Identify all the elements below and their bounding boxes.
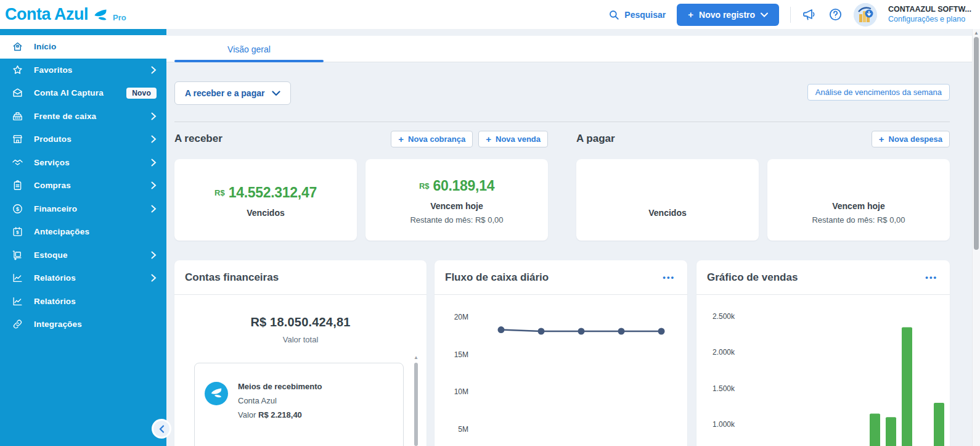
new-record-button[interactable]: + Novo registro [677,4,779,26]
star-icon [12,64,23,76]
chevron-left-icon [159,425,165,433]
account-name: Meios de recebimento [238,382,322,391]
sidebar-item-financeiro[interactable]: $ Financeiro [0,197,166,221]
leaf-logo-icon [92,9,108,23]
header-divider [790,7,791,23]
search-button[interactable]: Pesquisar [608,9,666,20]
svg-text:2.500k: 2.500k [713,312,735,321]
novo-badge: Novo [126,88,157,99]
new-record-label: Novo registro [699,10,755,20]
sidebar-item-estoque[interactable]: Estoque [0,244,166,267]
line-chart-icon [12,295,23,307]
overdue-amount: 14.552.312,47 [229,184,317,201]
cashflow-line-chart: 20M15M10M5M [435,295,687,446]
card-label: Vencidos [247,208,284,218]
receivables-payables-dropdown[interactable]: A receber e a pagar [174,81,291,105]
financial-accounts-card: Contas financeiras R$ 18.050.424,81 Valo… [174,260,427,446]
home-icon [12,41,23,52]
month-remaining-text: Restante do mês: R$ 0,00 [812,215,905,225]
sidebar-item-integracoes[interactable]: Integrações [0,313,166,336]
more-options-icon[interactable]: ••• [663,273,675,282]
content-divider [174,122,950,122]
svg-text:20M: 20M [454,313,468,321]
chevron-right-icon [151,205,157,213]
chevron-right-icon [151,159,157,167]
svg-text:$: $ [16,230,19,236]
sidebar-item-produtos[interactable]: Produtos [0,128,166,151]
user-avatar[interactable] [854,3,877,27]
panel-title: Contas financeiras [185,271,414,284]
account-list-item[interactable]: Meios de recebimento Conta Azul Valor R$… [194,363,404,446]
sidebar-item-servicos[interactable]: Serviços [0,151,166,175]
accounts-scrollbar[interactable]: ▲ [413,355,419,446]
payables-due-today-card[interactable]: Vencem hoje Restante do mês: R$ 0,00 [767,159,950,241]
chevron-down-icon [272,91,280,96]
dollar-circle-icon: $ [12,203,23,215]
new-expense-button[interactable]: + Nova despesa [872,131,950,147]
sidebar-item-favoritos[interactable]: Favoritos [0,59,166,82]
payables-section: A pagar + Nova despesa Vencidos Vencem h… [576,130,950,241]
accounts-total-value: R$ 18.050.424,81 [174,315,427,329]
contaazul-logo[interactable]: Conta Azul Pro [5,6,126,23]
scrollbar-thumb[interactable] [414,363,418,446]
more-options-icon[interactable]: ••• [925,273,937,282]
svg-text:2.000k: 2.000k [713,348,735,357]
receivables-section: A receber + Nova cobrança + Nova venda R… [174,130,548,241]
help-icon[interactable] [828,7,843,22]
sidebar-item-antecipacoes[interactable]: $ Antecipações [0,220,166,244]
sidebar: Início Favoritos Conta AI Captura Novo F… [0,29,166,446]
sidebar-item-inicio[interactable]: Início [0,35,166,59]
new-charge-button[interactable]: + Nova cobrança [391,131,473,147]
sidebar-item-frente-de-caixa[interactable]: Frente de caixa [0,105,166,128]
app-header: Conta Azul Pro Pesquisar + Novo registro [0,0,980,29]
panel-title: Gráfico de vendas [707,271,925,284]
payables-overdue-card[interactable]: Vencidos [576,159,759,241]
announcements-megaphone-icon[interactable] [802,7,817,22]
svg-text:10M: 10M [454,387,468,396]
svg-text:$: $ [16,205,19,212]
user-name: CONTAAZUL SOFTW... [888,5,971,15]
plus-icon: + [398,134,404,144]
clipboard-icon [12,180,23,191]
chevron-right-icon [151,135,157,143]
tab-visao-geral[interactable]: Visão geral [174,36,324,62]
accounts-total-label: Valor total [174,335,427,344]
chevron-down-icon [761,12,768,17]
chevron-right-icon [151,112,157,120]
scroll-up-icon[interactable]: ▲ [973,30,980,36]
receivables-due-today-card[interactable]: R$ 60.189,14 Vencem hoje Restante do mês… [365,159,548,241]
svg-text:1.500k: 1.500k [713,384,735,393]
sidebar-item-relatorios[interactable]: Relatórios [0,266,166,290]
svg-text:15M: 15M [454,350,468,359]
page-scrollbar[interactable]: ▲ [972,29,980,446]
sidebar-collapse-button[interactable] [152,419,171,439]
currency-prefix: R$ [419,181,430,191]
handshake-icon [12,157,23,168]
sidebar-item-conta-ai-captura[interactable]: Conta AI Captura Novo [0,81,166,105]
sidebar-item-compras[interactable]: Compras [0,174,166,197]
plan-label: Pro [113,13,126,23]
settings-plan-link[interactable]: Configurações e plano [888,15,971,25]
scrollbar-thumb[interactable] [974,37,979,250]
new-sale-button[interactable]: + Nova venda [478,131,548,147]
currency-prefix: R$ [214,188,225,197]
tab-active-underline [174,60,324,62]
main-content: Visão geral A receber e a pagar Análise … [166,29,972,446]
user-menu[interactable]: CONTAAZUL SOFTW... Configurações e plano [888,5,971,24]
inbox-capture-icon [12,87,23,99]
link-icon [12,318,23,330]
tab-bar: Visão geral [166,36,972,62]
month-remaining-text: Restante do mês: R$ 0,00 [410,215,503,225]
account-provider: Conta Azul [238,396,322,405]
receivables-overdue-card[interactable]: R$ 14.552.312,47 Vencidos [174,159,357,241]
daily-cashflow-card: Fluxo de caixa diário ••• 20M15M10M5M [435,260,687,446]
svg-text:5M: 5M [458,425,468,434]
account-value: Valor R$ 2.218,40 [238,410,322,419]
payables-title: A pagar [576,133,872,145]
card-label: Vencem hoje [832,201,885,211]
week-due-analysis-button[interactable]: Análise de vencimentos da semana [807,84,950,101]
sidebar-item-relatorios-2[interactable]: Relatórios [0,290,166,313]
scroll-up-icon[interactable]: ▲ [413,355,419,360]
conta-azul-account-logo [205,382,228,405]
cash-register-icon [12,110,23,122]
